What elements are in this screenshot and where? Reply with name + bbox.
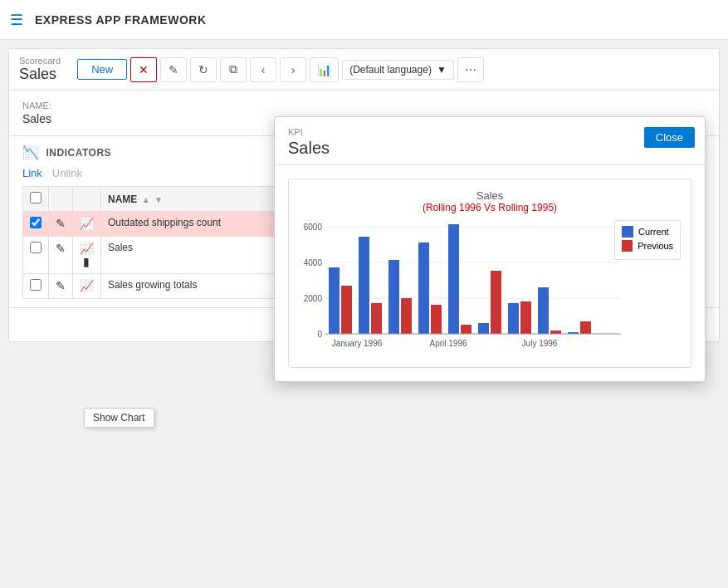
chart-container: Sales (Rolling 1996 Vs Rolling 1995) 600… (288, 179, 691, 368)
modal-title: Sales (288, 139, 691, 158)
show-chart-tooltip: Show Chart (84, 408, 154, 428)
name-field-label: NAME: (22, 100, 706, 110)
refresh-button[interactable]: ↻ (190, 57, 217, 82)
legend-previous-item: Previous (622, 240, 673, 252)
row3-edit-icon[interactable]: ✎ (49, 274, 73, 299)
breadcrumb-title: Sales (19, 66, 61, 83)
legend-current-color (622, 226, 633, 238)
legend-current-label: Current (638, 227, 669, 237)
new-button[interactable]: New (77, 59, 127, 80)
row2-checkbox[interactable] (30, 242, 42, 253)
svg-text:2000: 2000 (304, 294, 323, 303)
row2-edit-icon[interactable]: ✎ (49, 237, 73, 274)
svg-text:4000: 4000 (304, 258, 323, 267)
select-all-checkbox[interactable] (30, 192, 42, 203)
col-checkbox (23, 187, 49, 212)
chevron-down-icon: ▼ (437, 64, 447, 76)
chart-subtitle: (Rolling 1996 Vs Rolling 1995) (299, 202, 681, 213)
svg-rect-25 (580, 321, 591, 334)
breadcrumb: Scorecard Sales (19, 56, 61, 83)
chart-legend: Current Previous (614, 220, 681, 260)
svg-text:July 1996: July 1996 (522, 339, 558, 348)
name-sort-asc-icon[interactable]: ▲ (142, 195, 150, 204)
svg-rect-8 (329, 267, 340, 334)
row2-chart-icon[interactable]: 📈▮ (73, 237, 101, 274)
svg-text:6000: 6000 (304, 223, 323, 232)
app-header: ☰ EXPRESS APP FRAMEWORK (0, 0, 728, 40)
more-options-button[interactable]: ⋯ (457, 57, 484, 82)
svg-rect-18 (478, 323, 489, 334)
svg-rect-20 (508, 303, 519, 334)
svg-rect-10 (359, 237, 369, 334)
indicators-icon: 📉 (22, 145, 40, 160)
delete-button[interactable]: ✕ (130, 57, 157, 82)
copy-button[interactable]: ⧉ (220, 57, 247, 82)
language-value: (Default language) (349, 64, 432, 76)
app-title: EXPRESS APP FRAMEWORK (35, 13, 207, 27)
svg-rect-9 (341, 286, 352, 334)
toolbar: Scorecard Sales New ✕ ✎ ↻ ⧉ ‹ › 📊 (Defau… (9, 49, 719, 91)
legend-previous-label: Previous (638, 241, 673, 251)
svg-rect-13 (401, 298, 412, 334)
chart-title: Sales (299, 189, 681, 202)
prev-button[interactable]: ‹ (250, 57, 276, 82)
modal-close-button[interactable]: Close (644, 127, 695, 148)
row1-checkbox[interactable] (30, 217, 42, 228)
svg-rect-15 (431, 305, 442, 334)
svg-rect-22 (538, 287, 549, 334)
svg-rect-17 (461, 325, 471, 334)
tooltip-label: Show Chart (93, 412, 145, 424)
modal-header: KPI Sales Close (275, 117, 705, 165)
svg-text:January 1996: January 1996 (332, 339, 383, 348)
col-chart-icon (73, 187, 101, 212)
svg-text:April 1996: April 1996 (429, 339, 467, 348)
menu-icon[interactable]: ☰ (10, 11, 23, 29)
modal-kpi-label: KPI (288, 127, 691, 137)
kpi-modal: KPI Sales Close Sales (Rolling 1996 Vs R… (274, 116, 706, 382)
unlink-button[interactable]: Unlink (52, 167, 82, 179)
svg-rect-23 (550, 331, 561, 334)
svg-rect-12 (388, 260, 399, 334)
breadcrumb-label: Scorecard (19, 56, 61, 66)
modal-body: Sales (Rolling 1996 Vs Rolling 1995) 600… (275, 165, 705, 381)
col-name-label: NAME (108, 194, 137, 205)
svg-rect-11 (371, 303, 382, 334)
svg-rect-16 (448, 224, 459, 334)
language-selector[interactable]: (Default language) ▼ (342, 60, 454, 80)
legend-current-item: Current (622, 226, 673, 238)
svg-rect-19 (491, 271, 501, 334)
cursor-indicator: ▮ (83, 255, 90, 268)
row3-chart-icon[interactable]: 📈 (73, 274, 101, 299)
svg-text:0: 0 (317, 330, 322, 339)
name-filter-icon[interactable]: ▼ (154, 195, 163, 204)
next-button[interactable]: › (280, 57, 306, 82)
legend-previous-color (622, 240, 633, 252)
col-edit-icon (49, 187, 73, 212)
row1-edit-icon[interactable]: ✎ (49, 212, 73, 237)
row1-chart-icon[interactable]: 📈 (73, 212, 101, 237)
chart-button[interactable]: 📊 (310, 57, 339, 82)
bar-chart: 6000 4000 2000 0 (299, 220, 623, 357)
svg-rect-21 (520, 301, 531, 334)
svg-rect-14 (418, 243, 429, 334)
row3-checkbox[interactable] (30, 279, 42, 291)
edit-button[interactable]: ✎ (160, 57, 187, 82)
indicators-label: INDICATORS (46, 147, 112, 159)
link-button[interactable]: Link (22, 167, 42, 179)
